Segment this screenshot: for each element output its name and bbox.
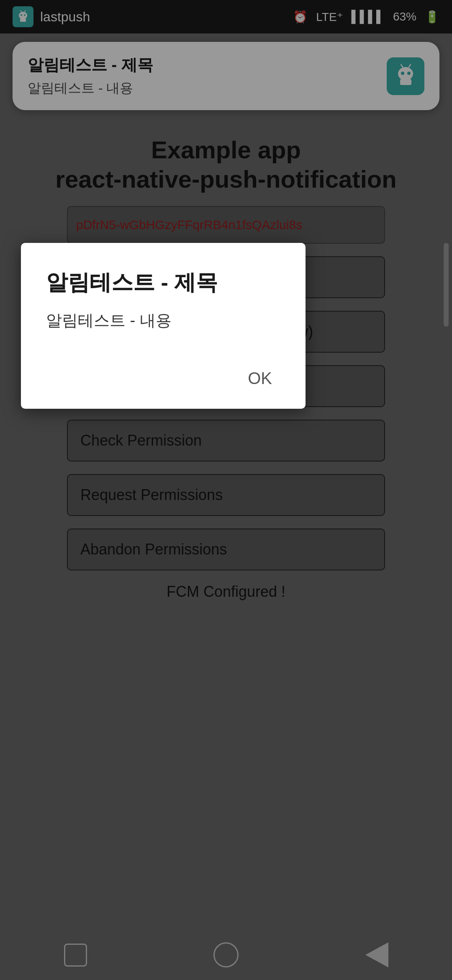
screen: lastpush ⏰ LTE⁺ ▌▌▌▌ 63% 🔋 알림테스트 - 제목 알림… [0,0,452,980]
dialog-actions: OK [46,365,280,392]
dialog-message: 알림테스트 - 내용 [46,310,280,331]
dialog-overlay: 알림테스트 - 제목 알림테스트 - 내용 OK [0,0,452,980]
dialog-title: 알림테스트 - 제목 [46,268,280,297]
dialog-ok-button[interactable]: OK [239,365,280,392]
dialog: 알림테스트 - 제목 알림테스트 - 내용 OK [21,243,306,409]
